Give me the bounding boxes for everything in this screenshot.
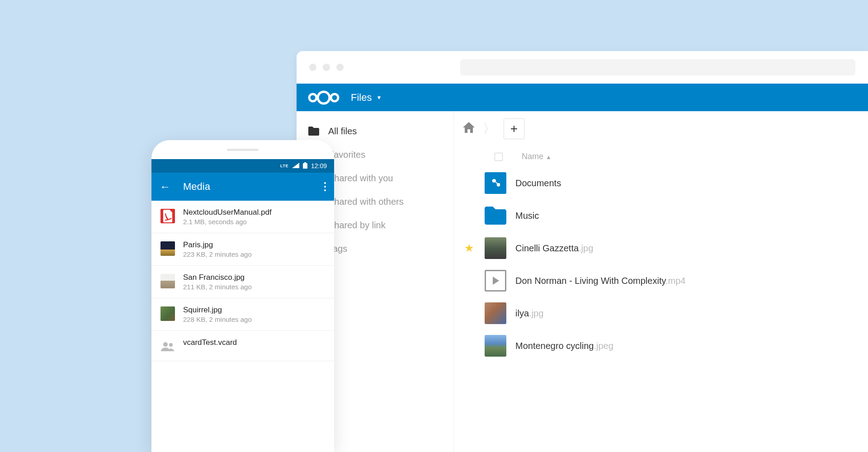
file-meta: 2.1 MB, seconds ago — [183, 218, 272, 226]
file-name: Don Norman - Living With Complexity.mp4 — [515, 276, 685, 286]
chevron-down-icon: ▼ — [376, 94, 382, 101]
network-label: LTE — [280, 164, 288, 168]
app-header: Files ▼ — [297, 84, 868, 111]
list-item[interactable]: Paris.jpg 223 KB, 2 minutes ago — [151, 233, 334, 266]
table-row[interactable]: ★ Cinelli Gazzetta.jpg — [454, 232, 868, 264]
list-item[interactable]: San Francisco.jpg 211 KB, 2 minutes ago — [151, 266, 334, 298]
file-name: Cinelli Gazzetta.jpg — [515, 243, 593, 254]
pdf-icon — [160, 209, 175, 223]
select-all-checkbox[interactable] — [495, 153, 503, 161]
list-item[interactable]: vcardTest.vcard — [151, 331, 334, 361]
file-name: Paris.jpg — [183, 240, 252, 250]
browser-chrome — [297, 51, 868, 84]
home-icon[interactable] — [463, 122, 475, 136]
column-name[interactable]: Name ▲ — [522, 152, 552, 161]
url-bar[interactable] — [460, 59, 855, 75]
svg-point-3 — [163, 342, 168, 347]
phone-speaker — [151, 140, 334, 159]
plus-icon: + — [510, 122, 518, 136]
traffic-lights — [309, 64, 344, 71]
sidebar-item-label: Shared by link — [328, 220, 386, 231]
table-row[interactable]: Music — [454, 199, 868, 232]
svg-point-4 — [169, 343, 173, 347]
table-row[interactable]: Montenegro cycling.jpeg — [454, 330, 868, 362]
sidebar-item-label: Shared with others — [328, 197, 404, 207]
image-thumbnail — [485, 335, 506, 357]
file-name: Montenegro cycling.jpeg — [515, 341, 613, 351]
file-meta: 228 KB, 2 minutes ago — [183, 315, 252, 323]
svg-point-2 — [331, 94, 338, 101]
file-meta: 211 KB, 2 minutes ago — [183, 283, 252, 291]
nextcloud-logo-icon[interactable] — [306, 89, 342, 107]
folder-shared-icon — [485, 172, 506, 194]
status-bar: LTE 12:09 — [151, 159, 334, 173]
table-row[interactable]: Don Norman - Living With Complexity.mp4 — [454, 264, 868, 297]
svg-point-0 — [309, 94, 316, 101]
back-button[interactable]: ← — [160, 180, 170, 193]
file-name: vcardTest.vcard — [183, 338, 237, 347]
list-item[interactable]: Squirrel.jpg 228 KB, 2 minutes ago — [151, 298, 334, 331]
sort-asc-icon: ▲ — [546, 154, 552, 160]
image-thumbnail — [160, 274, 175, 288]
app-menu-files[interactable]: Files ▼ — [351, 92, 382, 104]
signal-icon — [292, 162, 299, 170]
more-menu-icon[interactable] — [324, 182, 326, 191]
app-body: All files Favorites Shared with you Shar… — [297, 111, 868, 452]
file-name: Squirrel.jpg — [183, 306, 252, 315]
main-panel: 〉 + Name ▲ Documents — [453, 111, 868, 452]
file-meta: 223 KB, 2 minutes ago — [183, 250, 252, 258]
star-toggle[interactable]: ★ — [463, 242, 476, 254]
table-row[interactable]: Documents — [454, 167, 868, 199]
contacts-icon — [160, 339, 175, 353]
breadcrumb: 〉 + — [454, 111, 868, 146]
image-thumbnail — [485, 237, 506, 259]
media-list: NextcloudUserManual.pdf 2.1 MB, seconds … — [151, 201, 334, 361]
table-row[interactable]: ilya.jpg — [454, 297, 868, 330]
traffic-dot[interactable] — [323, 64, 330, 71]
video-icon — [485, 270, 506, 292]
list-item[interactable]: NextcloudUserManual.pdf 2.1 MB, seconds … — [151, 201, 334, 233]
svg-point-1 — [318, 92, 330, 104]
add-button[interactable]: + — [504, 118, 524, 139]
battery-icon — [303, 162, 307, 170]
file-name: ilya.jpg — [515, 308, 543, 319]
sidebar-item-label: Shared with you — [328, 173, 393, 184]
browser-window: Files ▼ All files Favorites Shared with … — [297, 51, 868, 452]
file-name: Documents — [515, 178, 561, 188]
sidebar-item-label: All files — [328, 126, 357, 137]
phone-mockup: LTE 12:09 ← Media NextcloudUserManual.pd… — [151, 140, 334, 452]
folder-icon — [485, 205, 506, 226]
app-menu-label: Files — [351, 92, 372, 104]
sidebar-item-all-files[interactable]: All files — [297, 119, 453, 143]
file-name: Music — [515, 211, 539, 221]
file-name: NextcloudUserManual.pdf — [183, 208, 272, 217]
folder-icon — [308, 126, 319, 137]
app-bar: ← Media — [151, 173, 334, 201]
file-name: San Francisco.jpg — [183, 273, 252, 282]
image-thumbnail — [160, 241, 175, 256]
image-thumbnail — [160, 306, 175, 321]
traffic-dot[interactable] — [336, 64, 344, 71]
file-list: Documents Music ★ Cinelli Gazzetta.jpg — [454, 167, 868, 362]
breadcrumb-separator-icon: 〉 — [483, 120, 495, 137]
table-header: Name ▲ — [454, 146, 868, 167]
traffic-dot[interactable] — [309, 64, 316, 71]
image-thumbnail — [485, 302, 506, 324]
screen-title: Media — [183, 181, 311, 193]
status-time: 12:09 — [311, 162, 327, 170]
